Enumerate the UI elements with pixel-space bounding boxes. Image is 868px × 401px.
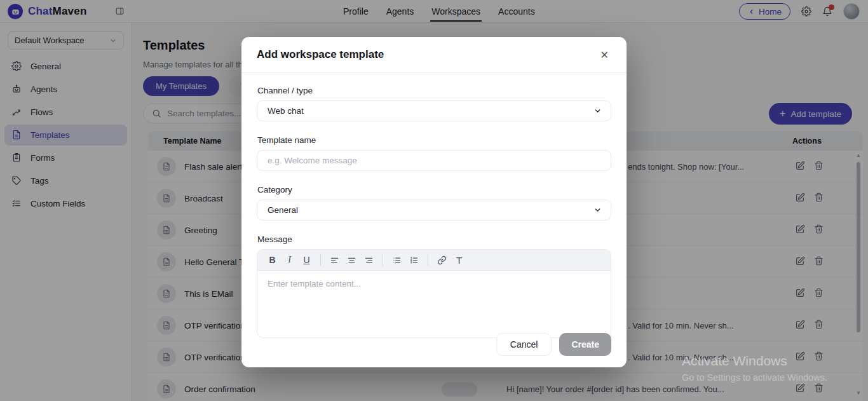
category-label: Category [257, 185, 611, 194]
bold-button[interactable]: B [264, 252, 281, 268]
modal-footer: Cancel Create [496, 333, 611, 356]
toolbar-divider [320, 254, 321, 266]
channel-type-value: Web chat [268, 106, 304, 116]
channel-type-label: Channel / type [257, 86, 611, 95]
message-content-area[interactable]: Enter template content... [257, 271, 611, 337]
template-name-input[interactable] [257, 150, 611, 171]
italic-button[interactable]: I [281, 252, 298, 268]
align-center-icon[interactable] [343, 252, 360, 268]
editor-toolbar: B I U T [257, 250, 611, 271]
close-icon[interactable]: ✕ [598, 48, 611, 62]
align-right-icon[interactable] [360, 252, 377, 268]
message-label: Message [257, 234, 611, 244]
category-select[interactable]: General [257, 200, 611, 221]
toolbar-divider [428, 254, 428, 266]
align-left-icon[interactable] [326, 252, 343, 268]
template-name-label: Template name [257, 135, 611, 145]
bullet-list-icon[interactable] [388, 252, 405, 268]
chevron-down-icon [593, 107, 602, 115]
chevron-down-icon [593, 206, 602, 214]
channel-type-select[interactable]: Web chat [257, 100, 611, 121]
create-button[interactable]: Create [559, 333, 611, 356]
text-format-button[interactable]: T [451, 252, 468, 268]
toolbar-divider [383, 254, 383, 266]
category-value: General [268, 205, 298, 215]
modal-title: Add workspace template [257, 48, 384, 61]
cancel-button[interactable]: Cancel [496, 333, 552, 356]
modal-header: Add workspace template ✕ [241, 37, 627, 73]
underline-button[interactable]: U [298, 252, 315, 268]
numbered-list-icon[interactable] [405, 252, 423, 268]
add-workspace-template-modal: Add workspace template ✕ Channel / type … [241, 37, 627, 367]
modal-body: Channel / type Web chat Template name Ca… [241, 73, 627, 338]
message-editor: B I U T Enter template content... [257, 249, 611, 338]
link-icon[interactable] [433, 252, 451, 268]
